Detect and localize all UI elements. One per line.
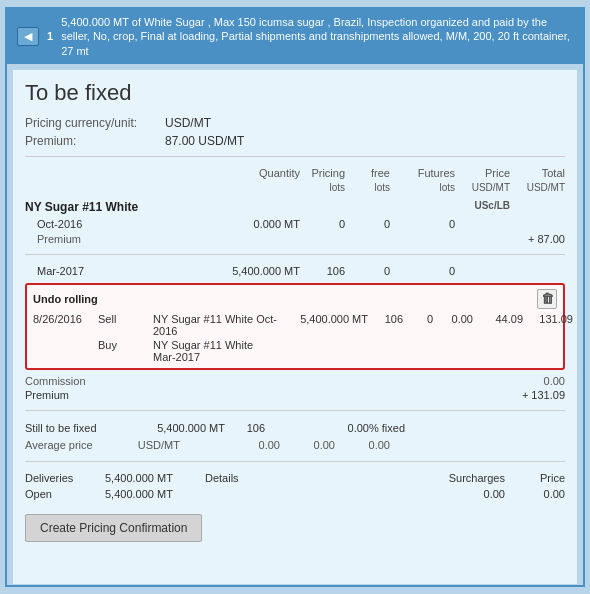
divider-3 [25,410,565,411]
pricing-currency-label: Pricing currency/unit: [25,116,165,130]
sugar-lots-empty [300,200,345,214]
deliveries-surcharges-header: Surcharges [425,472,505,484]
col-total-unit-sub: USD/MT [510,182,565,193]
deliveries-header-row: Deliveries 5,400.000 MT Details Surcharg… [25,470,565,486]
still-fixed-percent: 0.00% fixed [305,422,405,434]
mar2017-free: 0 [345,265,390,277]
col-price-header: Price [455,167,510,179]
deliveries-price-header: Price [505,472,565,484]
sugar-futures-empty [390,200,455,214]
sugar-qty-empty [220,200,300,214]
oct2016-premium-value: + 87.00 [528,233,565,245]
premium-bottom-row: Premium + 131.09 [25,388,565,402]
deliveries-details-header: Details [205,472,425,484]
sugar-unit: USc/LB [455,200,510,214]
col-pricing-header: Pricing [300,167,345,179]
oct2016-premium-row: Premium + 87.00 [25,232,565,246]
undo-sell-action: Sell [98,313,153,337]
undo-sell-total: 131.09 [523,313,573,337]
oct2016-premium-label: Premium [25,233,81,245]
col-lots-sub: lots [300,182,345,193]
undo-buy-action: Buy [98,339,153,363]
content-area: To be fixed Pricing currency/unit: USD/M… [13,70,577,584]
oct2016-total [510,218,565,230]
oct2016-price [455,218,510,230]
mar2017-price [455,265,510,277]
deliveries-qty-header: 5,400.000 MT [105,472,205,484]
undo-rolling-box: Undo rolling 🗑 8/26/2016 Sell NY Sugar #… [25,283,565,370]
oct2016-period: Oct-2016 [25,218,220,230]
avg-price-empty [180,439,230,451]
sugar-total-empty [510,200,565,214]
deliveries-section: Deliveries 5,400.000 MT Details Surcharg… [25,470,565,502]
sugar-name: NY Sugar #11 White [25,200,220,214]
column-sub-headers: lots lots lots USD/MT USD/MT [25,181,565,194]
column-headers: Quantity Pricing free Futures Price Tota… [25,165,565,181]
col-free-header: free [345,167,390,179]
sugar-group-header: NY Sugar #11 White USc/LB [25,198,565,216]
open-details [205,488,425,500]
premium-bottom-value: + 131.09 [510,389,565,401]
oct2016-row: Oct-2016 0.000 MT 0 0 0 [25,216,565,232]
undo-buy-instrument: NY Sugar #11 White Mar-2017 [153,339,278,363]
still-fixed-row: Still to be fixed 5,400.000 MT 106 0.00%… [25,419,565,437]
mar2017-period: Mar-2017 [25,265,220,277]
undo-sell-price: 44.09 [473,313,523,337]
oct2016-futures: 0 [390,218,455,230]
record-number: 1 [47,29,53,43]
col-total-header: Total [510,167,565,179]
mar2017-row: Mar-2017 5,400.000 MT 106 0 0 [25,263,565,279]
oct2016-pricing: 0 [300,218,345,230]
col-quantity-header: Quantity [220,167,300,179]
undo-sell-future: 0.00 [433,313,473,337]
commission-value: 0.00 [510,375,565,387]
avg-price-val2: 0.00 [280,439,335,451]
undo-rolling-label: Undo rolling [33,293,98,305]
delete-icon[interactable]: 🗑 [537,289,557,309]
create-pricing-confirmation-button[interactable]: Create Pricing Confirmation [25,514,202,542]
top-bar: ◀ 1 5,400.000 MT of White Sugar , Max 15… [7,9,583,64]
avg-price-row: Average price USD/MT 0.00 0.00 0.00 [25,437,565,453]
still-fixed-lots: 106 [225,422,265,434]
undo-sell-date: 8/26/2016 [33,313,98,337]
col-futures-header: Futures [390,167,455,179]
divider-4 [25,461,565,462]
undo-rolling-header: Undo rolling 🗑 [33,289,557,309]
undo-buy-row: Buy NY Sugar #11 White Mar-2017 [33,338,557,364]
avg-price-unit: USD/MT [115,439,180,451]
main-container: ◀ 1 5,400.000 MT of White Sugar , Max 15… [5,7,585,587]
col-futures-lots-sub: lots [390,182,455,193]
undo-buy-free [403,339,433,363]
undo-sell-free: 0 [403,313,433,337]
col-empty [25,167,220,179]
back-button[interactable]: ◀ [17,27,39,46]
undo-buy-price [473,339,523,363]
still-fixed-free [265,422,305,434]
open-label: Open [25,488,105,500]
still-fixed-label: Still to be fixed [25,422,135,434]
still-fixed-price [405,422,460,434]
deliveries-open-row: Open 5,400.000 MT 0.00 0.00 [25,486,565,502]
undo-buy-date [33,339,98,363]
still-fixed-total [460,422,515,434]
undo-buy-future [433,339,473,363]
still-fixed-qty: 5,400.000 MT [135,422,225,434]
undo-buy-qty [278,339,368,363]
mar2017-qty: 5,400.000 MT [220,265,300,277]
deliveries-label: Deliveries [25,472,105,484]
undo-buy-total [523,339,573,363]
mar2017-futures: 0 [390,265,455,277]
open-price: 0.00 [505,488,565,500]
avg-price-val3: 0.00 [335,439,390,451]
premium-row-top: Premium: 87.00 USD/MT [25,134,565,148]
pricing-currency-row: Pricing currency/unit: USD/MT [25,116,565,130]
sugar-free-empty [345,200,390,214]
open-qty: 5,400.000 MT [105,488,205,500]
avg-price-val1: 0.00 [230,439,280,451]
col-lots-sub2: lots [345,182,390,193]
premium-label-top: Premium: [25,134,165,148]
divider-2 [25,254,565,255]
avg-price-label: Average price [25,439,115,451]
open-surcharges: 0.00 [425,488,505,500]
premium-value-top: 87.00 USD/MT [165,134,244,148]
